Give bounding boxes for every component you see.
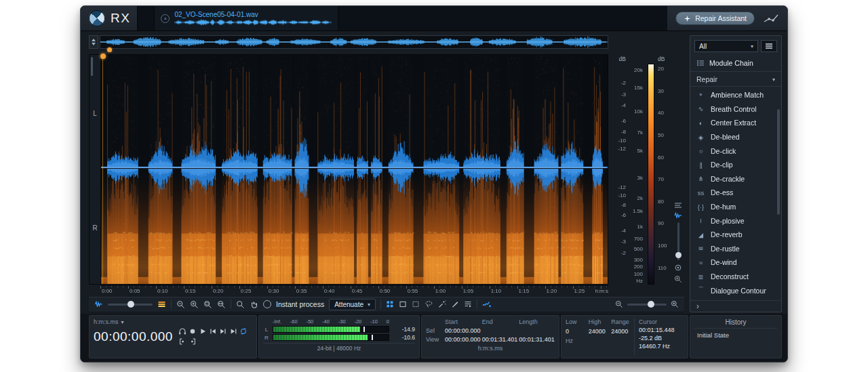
lasso-tool-icon[interactable] (425, 300, 433, 308)
time-ruler[interactable]: h:m:s 0:000:050:100:150:200:250:300:350:… (100, 285, 608, 294)
vertical-blend-slider[interactable] (677, 222, 679, 260)
display-blend-slider[interactable] (108, 304, 153, 306)
waveform-display-icon[interactable] (94, 300, 103, 308)
time-frequency-select-icon[interactable] (386, 300, 394, 308)
module-item-de-wind[interactable]: ≈De-wind (690, 255, 781, 270)
module-item-de-bleed[interactable]: ◈De-bleed (690, 130, 781, 144)
de-rustle-icon: ≋ (696, 245, 705, 252)
module-item-de-hum[interactable]: {·}De-hum (690, 200, 781, 214)
module-item-de-reverb[interactable]: ◢De-reverb (690, 228, 781, 242)
file-tab[interactable]: × 02_VO-Scene05-04-01.wav (154, 6, 338, 30)
freq-range-value[interactable]: 24000 (611, 328, 634, 335)
magic-wand-icon[interactable] (438, 300, 446, 308)
view-end-value[interactable]: 00:01:31.401 (482, 336, 518, 343)
time-display[interactable]: 00:00:00.000 (94, 329, 173, 344)
time-tick (539, 286, 540, 287)
module-item-de-click[interactable]: ☼De-click (690, 144, 781, 158)
frequency-tick-label: 10k (634, 108, 643, 115)
selection-start-value[interactable]: 00:00:00.000 (445, 327, 481, 334)
zoom-in-icon[interactable] (190, 300, 199, 309)
selection-end-value[interactable] (482, 327, 518, 334)
de-clip-icon: ∥ (696, 161, 705, 169)
channel-scrollbar-thumb[interactable] (91, 57, 93, 76)
play-selection-button[interactable] (229, 327, 237, 335)
selection-out-marker-button[interactable] (189, 337, 197, 346)
signal-flow-icon[interactable] (763, 13, 779, 24)
module-list-view-button[interactable] (761, 40, 777, 52)
spectrogram-scale-icon[interactable] (674, 202, 682, 209)
waveform-scale-icon[interactable] (674, 212, 682, 219)
time-tick (306, 286, 307, 287)
module-item-de-plosive[interactable]: ≀De-plosive (690, 213, 781, 228)
module-item-de-clip[interactable]: ∥De-clip (690, 158, 781, 172)
playhead-knob[interactable] (100, 54, 106, 59)
sidebar-expand-button[interactable]: › (690, 300, 781, 312)
transport-panel: h:m:s.ms ▾ 00:00:00.000 (89, 315, 257, 358)
playhead[interactable] (102, 55, 103, 284)
repair-assistant-button[interactable]: Repair Assistant (675, 12, 755, 25)
scroll-up-icon[interactable] (92, 39, 96, 41)
selection-length-value[interactable] (519, 327, 555, 334)
module-item-center-extract[interactable]: ◐Center Extract (690, 116, 781, 130)
selection-header-start: Start (445, 318, 481, 325)
selection-in-marker-button[interactable] (178, 337, 186, 346)
overview-zoom-widget[interactable] (89, 35, 98, 49)
frequency-select-icon[interactable] (412, 300, 420, 308)
vertical-blend-knob[interactable] (675, 252, 682, 258)
module-item-ambience-match[interactable]: ⌖Ambience Match (690, 88, 781, 102)
view-start-value[interactable]: 00:00:00.000 (445, 336, 481, 343)
module-filter-select[interactable]: All ▾ (694, 40, 758, 52)
zoom-fit-icon[interactable] (217, 300, 226, 309)
go-to-end-button[interactable] (219, 327, 227, 335)
go-to-start-button[interactable] (209, 327, 217, 335)
overview-waveform-canvas[interactable] (100, 36, 608, 48)
zoom-selection-icon[interactable] (203, 300, 212, 309)
module-item-de-ess[interactable]: ssDe-ess (690, 186, 781, 200)
module-item-de-crackle[interactable]: ⋔De-crackle (690, 172, 781, 186)
display-blend-knob[interactable] (127, 301, 134, 308)
channel-divider[interactable] (101, 168, 608, 169)
play-button[interactable] (199, 327, 207, 335)
spectrogram-view[interactable] (100, 54, 608, 285)
overview-playhead-marker[interactable] (107, 47, 112, 52)
sidebar-scrollbar[interactable] (777, 109, 780, 215)
zoom-tool-icon[interactable] (236, 300, 245, 309)
segment-list-icon[interactable] (464, 300, 472, 308)
spectral-pen-icon[interactable] (482, 300, 492, 308)
horizontal-zoom-knob[interactable] (648, 301, 654, 308)
spectrogram-display-icon[interactable] (157, 300, 166, 308)
hand-tool-icon[interactable] (250, 300, 258, 309)
instant-process-radio[interactable] (263, 300, 271, 308)
list-view-icon (765, 43, 773, 49)
colorbar-tick-label: 20 (658, 65, 664, 71)
vertical-zoom-icon[interactable] (674, 275, 682, 283)
view-length-value[interactable]: 00:01:31.401 (519, 336, 555, 343)
zoom-out-icon[interactable] (615, 300, 623, 308)
time-format-select[interactable]: h:m:s.ms ▾ (94, 318, 252, 325)
module-item-de-rustle[interactable]: ≋De-rustle (690, 242, 781, 256)
scroll-down-icon[interactable] (92, 43, 96, 45)
module-item-deconstruct[interactable]: ≣Deconstruct (690, 270, 781, 284)
history-item[interactable]: Initial State (694, 329, 777, 339)
process-mode-dropdown[interactable]: Attenuate ▾ (329, 299, 376, 310)
repair-section-header[interactable]: Repair ▾ (690, 72, 781, 87)
freq-low-value[interactable]: 0 (566, 328, 589, 335)
loop-button[interactable] (239, 327, 248, 335)
spectrogram-canvas[interactable] (101, 55, 608, 284)
reset-view-icon[interactable] (674, 264, 682, 272)
zoom-out-icon[interactable] (176, 300, 185, 309)
waveform-overview[interactable] (100, 35, 608, 49)
zoom-in-icon[interactable] (671, 300, 679, 308)
module-item-dialogue-contour[interactable]: ⌒Dialogue Contour (690, 283, 781, 297)
record-button[interactable] (189, 327, 197, 335)
freq-high-value[interactable]: 24000 (589, 328, 612, 335)
brush-tool-icon[interactable] (451, 300, 459, 308)
tab-close-icon[interactable]: × (161, 14, 170, 23)
meter-grid: -Inf.-60-50-40-30-20-100 L -14.9 R -10.6 (263, 318, 415, 341)
time-tick (417, 286, 418, 287)
module-chain-item[interactable]: Module Chain (690, 56, 781, 72)
monitor-headphones-button[interactable] (178, 327, 186, 335)
module-item-breath-control[interactable]: ∿Breath Control (690, 102, 781, 117)
horizontal-zoom-slider[interactable] (627, 304, 667, 306)
time-select-icon[interactable] (399, 300, 407, 308)
